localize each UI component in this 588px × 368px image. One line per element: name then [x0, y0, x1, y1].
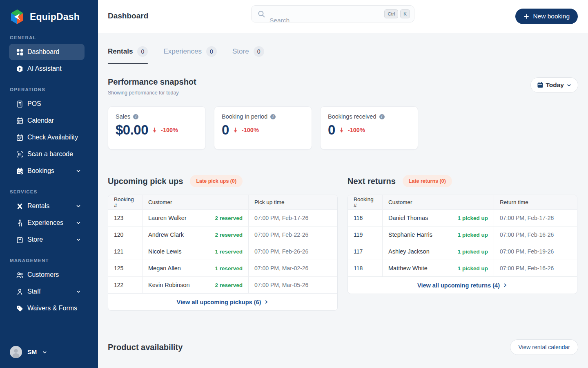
- search-input[interactable]: Search Ctrl K: [251, 5, 414, 22]
- table-row[interactable]: 119 Stephanie Harris1 picked up 07:00 PM…: [348, 226, 577, 243]
- table-header-row: Booking # Customer Pick up time: [108, 195, 337, 209]
- barcode-scan-icon: [16, 150, 24, 158]
- user-menu[interactable]: SM: [10, 346, 47, 358]
- table-row[interactable]: 118 Matthew White1 picked up 07:00 PM, F…: [348, 260, 577, 276]
- sidebar-item-pos[interactable]: POS: [9, 96, 85, 112]
- status-badge: 2 reserved: [215, 282, 243, 288]
- tab-experiences[interactable]: Experiences 0: [163, 46, 217, 64]
- sidebar-item-check-availability[interactable]: Check Availability: [9, 129, 85, 146]
- customer-name: Lauren Walker: [148, 215, 187, 221]
- booking-number: 120: [108, 227, 143, 243]
- stat-label: Booking in period: [222, 113, 267, 120]
- customer-name: Nicole Lewis: [148, 248, 181, 255]
- customer-name: Andrew Clark: [148, 231, 184, 238]
- tab-count-badge: 0: [206, 46, 217, 57]
- sidebar-item-label: Staff: [27, 288, 41, 295]
- table-row[interactable]: 117 Ashley Jackson1 picked up 07:00 PM, …: [348, 243, 577, 260]
- sidebar-item-label: Scan a barcode: [27, 150, 73, 158]
- sidebar: EquipDash GENERAL Dashboard AI Assistant…: [0, 0, 98, 368]
- table-row[interactable]: 125 Megan Allen1 reserved 07:00 PM, Mar-…: [108, 260, 337, 276]
- stat-delta: -100%: [348, 127, 365, 133]
- customer-name: Matthew White: [388, 265, 428, 272]
- clipped-menu-item: [16, 319, 98, 323]
- pickups-table: Booking # Customer Pick up time 123 Laur…: [108, 195, 338, 311]
- period-select-button[interactable]: Today: [530, 77, 579, 93]
- user-initials: SM: [27, 348, 37, 356]
- sidebar-item-label: Calendar: [27, 117, 54, 124]
- section-label-management: MANAGEMENT: [10, 258, 98, 263]
- tab-label: Experiences: [163, 47, 202, 56]
- stat-value: $0.00: [116, 122, 148, 138]
- col-header-booking: Booking #: [108, 195, 143, 209]
- sidebar-item-label: Waivers & Forms: [27, 305, 77, 312]
- chevron-down-icon: [566, 83, 572, 88]
- sidebar-item-bookings[interactable]: Bookings: [9, 163, 85, 179]
- booking-number: 118: [348, 260, 383, 276]
- returns-title: Next returns: [347, 177, 396, 186]
- table-row[interactable]: 116 Daniel Thomas1 picked up 07:00 PM, F…: [348, 209, 577, 226]
- info-icon[interactable]: i: [133, 114, 138, 119]
- table-row[interactable]: 123 Lauren Walker2 reserved 07:00 PM, Fe…: [108, 209, 337, 226]
- plus-icon: [523, 13, 529, 19]
- chevron-down-icon: [76, 220, 81, 227]
- view-all-returns-link[interactable]: View all upcoming returns (4): [348, 276, 577, 294]
- sidebar-item-experiences[interactable]: Experiences: [9, 215, 85, 231]
- view-rental-calendar-button[interactable]: View rental calendar: [510, 339, 578, 355]
- tab-count-badge: 0: [254, 46, 264, 57]
- sidebar-item-staff[interactable]: Staff: [9, 283, 85, 300]
- section-label-services: SERVICES: [10, 189, 98, 194]
- sidebar-item-store[interactable]: Store: [9, 231, 85, 248]
- performance-header: Performance snapshot Showing performance…: [108, 77, 578, 96]
- pickup-time: 07:00 PM, Feb-22-26: [249, 227, 337, 243]
- col-header-customer: Customer: [143, 195, 249, 209]
- partial-icon: [16, 322, 22, 323]
- period-label: Today: [546, 81, 564, 89]
- tab-rentals[interactable]: Rentals 0: [108, 46, 148, 64]
- sidebar-item-rentals[interactable]: Rentals: [9, 198, 85, 214]
- crossed-paddles-icon: [16, 202, 24, 210]
- new-booking-button[interactable]: New booking: [515, 9, 578, 24]
- sidebar-item-label: POS: [27, 100, 41, 108]
- sidebar-item-scan-barcode[interactable]: Scan a barcode: [9, 146, 85, 162]
- status-badge: 2 reserved: [215, 232, 243, 238]
- arrow-down-icon: [233, 128, 238, 133]
- sidebar-item-customers[interactable]: Customers: [9, 267, 85, 283]
- pos-terminal-icon: [16, 100, 24, 108]
- sidebar-item-label: Bookings: [27, 167, 54, 175]
- table-row[interactable]: 120 Andrew Clark2 reserved 07:00 PM, Feb…: [108, 226, 337, 243]
- customer-name: Megan Allen: [148, 265, 181, 272]
- return-time: 07:00 PM, Feb-16-26: [494, 227, 577, 243]
- sidebar-item-waivers-forms[interactable]: Waivers & Forms: [9, 300, 85, 316]
- chevron-down-icon: [76, 203, 81, 211]
- sidebar-item-calendar[interactable]: Calendar: [9, 112, 85, 129]
- hiker-icon: [16, 219, 24, 227]
- return-time: 07:00 PM, Feb-16-26: [494, 260, 577, 276]
- status-badge: 1 reserved: [215, 249, 243, 255]
- view-all-pickups-link[interactable]: View all upcoming pickups (6): [108, 293, 337, 310]
- people-group-icon: [16, 271, 24, 279]
- sidebar-item-label: Check Availability: [27, 134, 78, 141]
- brand-logo: EquipDash: [0, 0, 98, 25]
- chevron-down-icon: [76, 168, 81, 175]
- arrow-down-icon: [152, 128, 157, 133]
- customer-name: Ashley Jackson: [388, 248, 430, 255]
- performance-title: Performance snapshot: [108, 77, 196, 87]
- info-icon[interactable]: i: [379, 114, 385, 119]
- calendar-check-icon: [16, 133, 24, 141]
- tab-store[interactable]: Store 0: [232, 46, 264, 64]
- sidebar-item-ai-assistant[interactable]: AI Assistant: [9, 61, 85, 77]
- col-header-pickup-time: Pick up time: [249, 195, 337, 209]
- sidebar-item-label: AI Assistant: [27, 65, 62, 72]
- calendar-icon: [537, 82, 543, 88]
- table-row[interactable]: 121 Nicole Lewis1 reserved 07:00 PM, Feb…: [108, 243, 337, 260]
- keyboard-shortcut: Ctrl K: [384, 9, 410, 18]
- col-header-booking: Booking #: [348, 195, 383, 209]
- section-label-general: GENERAL: [10, 35, 98, 40]
- brand-name: EquipDash: [30, 11, 80, 22]
- table-row[interactable]: 122 Kevin Robinson2 reserved 07:00 PM, M…: [108, 276, 337, 293]
- stat-value: 0: [222, 122, 229, 138]
- info-icon[interactable]: i: [270, 114, 276, 119]
- late-returns-badge: Late returns (0): [403, 175, 452, 187]
- sidebar-item-dashboard[interactable]: Dashboard: [9, 44, 85, 60]
- status-badge: 2 reserved: [215, 215, 243, 221]
